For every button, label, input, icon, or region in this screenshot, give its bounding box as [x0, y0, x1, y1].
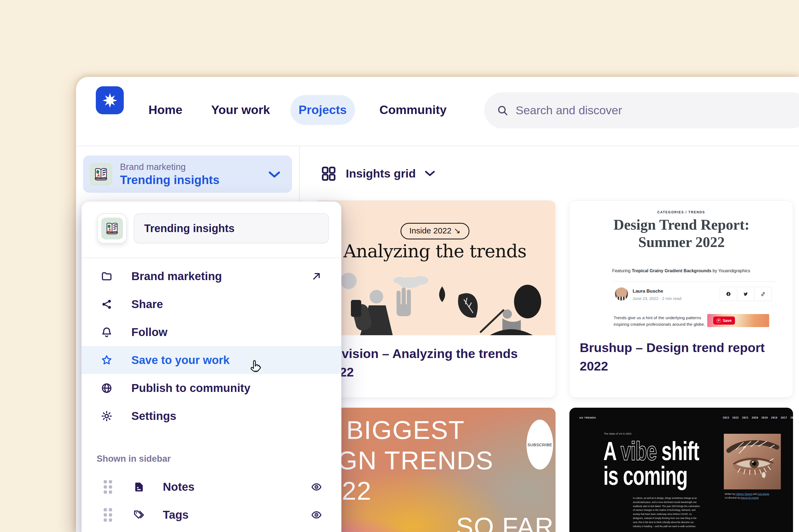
shown-in-sidebar-label: Shown in sidebar — [97, 454, 171, 464]
sidebar-row-tags[interactable]: Tags — [82, 501, 341, 529]
card-vibe-shift[interactable]: UX TRENDS 2023 2022 2021 2020 2019 2018 … — [569, 408, 793, 532]
credit1-and: and — [753, 493, 757, 495]
tag-icon — [133, 509, 145, 521]
share-buttons — [720, 287, 772, 301]
envision-cover-headline: Analyzing the trends — [315, 241, 555, 262]
project-icon-button[interactable] — [97, 213, 127, 244]
featuring-suffix: by Youandigraphics — [713, 268, 750, 273]
card-envision[interactable]: Inside 2022 ↘ Analyzing the trends — [314, 200, 555, 398]
bell-icon — [101, 326, 113, 338]
state-of-ux-kicker: The State of UX in 2023 — [604, 432, 631, 435]
sidebar-row-label: Notes — [163, 480, 195, 493]
note-icon — [133, 481, 145, 493]
subscribe-button[interactable]: SUBSCRIBE — [527, 420, 553, 470]
article-excerpt: Trends give us a hint of the underlying … — [614, 315, 708, 328]
menu-item-brand-marketing[interactable]: Brand marketing — [82, 262, 341, 290]
author-link-2[interactable]: Caio Braga — [758, 493, 769, 495]
eye-visibility-icon[interactable] — [311, 510, 322, 520]
header-divider — [76, 146, 799, 146]
view-title: Insights grid — [346, 167, 416, 180]
save-label: Save — [723, 318, 732, 323]
app-logo[interactable] — [96, 86, 124, 114]
chevron-down-icon — [424, 170, 435, 177]
search-input[interactable] — [516, 104, 760, 117]
year-nav[interactable]: 2023 2022 2021 2020 2019 2018 2017 2016 … — [723, 416, 793, 419]
folder-icon — [101, 270, 113, 282]
ux-trends-logo: UX TRENDS — [579, 416, 596, 419]
trends-line-1: BIGGEST — [346, 415, 464, 445]
project-selector[interactable]: Brand marketing Trending insights — [83, 155, 292, 193]
eye-visibility-icon[interactable] — [311, 481, 322, 492]
facebook-share-button[interactable] — [720, 287, 737, 301]
subscribe-label: SUBSCRIBE — [527, 442, 552, 447]
art-direction-link[interactable]: Marcel do Amaral — [741, 496, 759, 499]
menu-item-label: Brand marketing — [131, 270, 222, 283]
author-link-1[interactable]: Fabricio Teixeira — [736, 493, 752, 495]
nav-projects[interactable]: Projects — [290, 95, 355, 125]
gear-icon — [101, 410, 113, 422]
pinterest-icon: P — [717, 318, 721, 323]
grid-icon — [320, 165, 337, 182]
copy-link-button[interactable] — [755, 287, 772, 301]
star-logo-icon — [101, 92, 119, 109]
twitter-icon — [743, 291, 748, 297]
selector-category-label: Brand marketing — [120, 162, 220, 172]
open-external-icon — [311, 271, 322, 282]
globe-icon — [101, 382, 113, 394]
menu-item-share[interactable]: Share — [82, 290, 341, 318]
vibe-shift-headline: A vibe shift is coming — [603, 439, 699, 488]
menu-item-publish-to-community[interactable]: Publish to community — [82, 374, 341, 402]
star-icon — [101, 354, 113, 366]
trends-illustration — [328, 269, 543, 335]
panel-divider — [82, 258, 341, 258]
credit1-prefix: Written by — [725, 493, 735, 495]
article-meta: June 23, 2022 · 2 min read — [633, 296, 681, 301]
trends-line-4: SO FAR — [456, 512, 554, 532]
open-book-icon — [105, 221, 119, 236]
author-name: Laura Busche — [633, 288, 663, 294]
open-book-icon — [93, 166, 109, 182]
chevron-down-icon — [268, 171, 281, 178]
menu-item-save-to-your-work[interactable]: Save to your work — [82, 346, 341, 374]
nav-community[interactable]: Community — [371, 95, 455, 125]
nav-your-work[interactable]: Your work — [203, 95, 278, 125]
selector-project-label: Trending insights — [120, 173, 220, 187]
twitter-share-button[interactable] — [737, 287, 755, 301]
project-options-panel: Brand marketing Share — [81, 202, 341, 532]
brushup-kicker: CATEGORIES / TRENDS — [570, 210, 793, 214]
envision-cover: Inside 2022 ↘ Analyzing the trends — [315, 201, 555, 335]
inside-2022-badge: Inside 2022 ↘ — [400, 223, 470, 240]
pinterest-save-button[interactable]: P Save — [713, 317, 735, 325]
brushup-card-title: Brushup – Design trend report 2022 — [580, 339, 786, 375]
article-credits: Written by Fabricio Teixeira and Caio Br… — [725, 492, 769, 500]
project-name-input[interactable] — [134, 213, 329, 244]
vibe-article-body: In culture, as well as in design, things… — [633, 496, 702, 528]
featuring-bold: Tropical Grainy Gradient Backgrounds — [632, 268, 711, 273]
search-bar[interactable] — [484, 92, 799, 128]
sidebar-row-notes[interactable]: Notes — [82, 473, 341, 501]
eye-photo-detail — [724, 434, 781, 489]
headline-line2: is coming — [603, 463, 699, 488]
menu-item-label: Save to your work — [131, 354, 230, 367]
menu-item-follow[interactable]: Follow — [82, 318, 341, 346]
link-icon — [760, 291, 766, 297]
app-window: Home Your work Projects Community Bran — [76, 77, 799, 532]
sidebar-row-label: Tags — [163, 508, 189, 521]
drag-handle-icon[interactable] — [104, 480, 112, 494]
card-biggest-trends[interactable]: BIGGEST DESIGN TRENDS 2022 SO FAR SUBSCR… — [314, 408, 555, 532]
brushup-article-headline: Design Trend Report: Summer 2022 — [587, 216, 777, 251]
brushup-featuring-line: Featuring Tropical Grainy Gradient Backg… — [570, 268, 793, 273]
search-icon — [497, 104, 509, 116]
menu-item-settings[interactable]: Settings — [82, 402, 341, 430]
view-switcher[interactable]: Insights grid — [320, 165, 435, 182]
drag-handle-icon[interactable] — [104, 508, 112, 522]
gradient-banner: P Save — [707, 314, 769, 327]
share-icon — [101, 298, 113, 310]
menu-item-label: Settings — [131, 410, 176, 423]
eye-photo — [724, 434, 781, 489]
nav-home[interactable]: Home — [140, 95, 191, 125]
envision-card-title: Envision – Analyzing the trends 2022 — [325, 344, 548, 381]
menu-item-label: Follow — [131, 326, 168, 339]
author-avatar — [615, 287, 628, 301]
card-brushup[interactable]: CATEGORIES / TRENDS Design Trend Report:… — [569, 200, 793, 398]
